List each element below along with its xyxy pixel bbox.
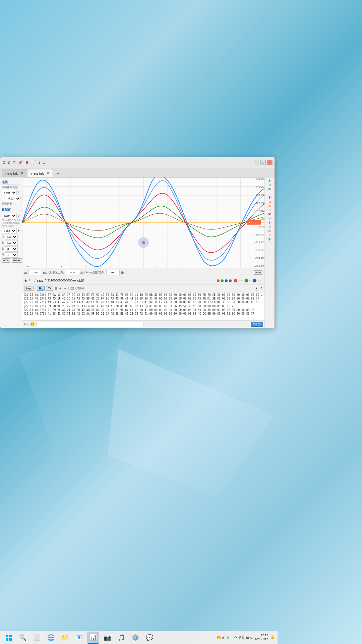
rts-break-row: RTS Break	[2, 258, 20, 263]
slider-sep2: /	[35, 279, 36, 282]
mail-button[interactable]: 📧	[73, 632, 85, 644]
new-tab-button[interactable]: +	[54, 170, 62, 177]
rx-button[interactable]: Rx	[37, 286, 45, 291]
port-select[interactable]: 串口▼	[6, 196, 21, 201]
settings-button[interactable]: ⚙️	[129, 632, 141, 644]
ch-5-label: I5	[268, 225, 271, 228]
eye-icon-3[interactable]: 👁	[268, 204, 272, 208]
eye-icon-2[interactable]: 👁	[268, 196, 272, 200]
pin-icon[interactable]: 📌	[18, 160, 23, 165]
tab-2[interactable]: new tab ✕	[28, 169, 53, 177]
buffer-value-input[interactable]	[66, 270, 79, 275]
svg-rect-15	[6, 635, 8, 637]
language-indicator[interactable]: ENG	[246, 636, 253, 639]
slider-thumb-2[interactable]	[253, 279, 256, 282]
slider-bar: 🗑 / ─ / 3337 0.311000000000000ms /全部	[22, 277, 264, 284]
flow-select[interactable]: None	[5, 234, 18, 239]
encoding-icon[interactable]: 🔤	[70, 287, 74, 290]
expand-icon[interactable]: ≡	[43, 161, 45, 165]
search-button[interactable]: 🔍	[17, 632, 29, 644]
format-icon-1[interactable]: ⊞	[55, 286, 57, 290]
connection-section: 连接 输出格式文档 Float ? 串口▼ 通道控制	[2, 180, 20, 206]
volume-icon[interactable]: 🔊	[222, 636, 225, 639]
svg-text:XXXXX: XXXXX	[175, 217, 197, 224]
tab-1-close[interactable]: ✕	[20, 171, 23, 175]
databits-select[interactable]: 8	[5, 246, 18, 252]
add-icon[interactable]: ＋	[59, 286, 62, 291]
title-bar: 3.10 ▽ 📌 ⊞ 📈 ℹ ≡ ─ □ ✕	[0, 157, 275, 168]
maximize-button[interactable]: □	[260, 160, 266, 165]
music-button[interactable]: 🎵	[115, 632, 127, 644]
tab-1[interactable]: new tab ✕	[2, 169, 27, 177]
ch-3-label: I3	[268, 209, 271, 212]
port-row: 串口▼	[2, 196, 20, 201]
battery-icon[interactable]: 🔋	[226, 636, 230, 639]
explorer-button[interactable]: 📁	[59, 632, 71, 644]
slider-track[interactable]	[234, 280, 261, 281]
svg-text:100: 100	[26, 265, 31, 268]
camera-button[interactable]: 📷	[101, 632, 113, 644]
eye-icon-7[interactable]: 👁	[268, 237, 272, 241]
slider-thumb-0[interactable]	[234, 279, 237, 282]
help-icon[interactable]: ?	[17, 191, 19, 194]
slider-thumb-1[interactable]	[245, 279, 248, 282]
clock[interactable]: 22:15 2024/1/15	[255, 634, 268, 641]
port-checkbox[interactable]	[2, 197, 5, 200]
hex-button[interactable]: Hex	[24, 286, 34, 291]
start-button[interactable]	[3, 632, 15, 644]
terminal-line-4: [22:15:40.970] 21 29 26 42 21 29 A6 42 4…	[23, 308, 263, 312]
terminal-line-1: [22:15:40.934] A3 45 1F 42 2D CE A3 45 9…	[23, 297, 263, 301]
emoji-icon[interactable]: 😊	[30, 322, 35, 326]
chart-canvas[interactable]: XXXXX 100 -3 -2 -1 2 -2 -4 -6	[22, 177, 264, 268]
eye-icon-6[interactable]: 👁	[268, 229, 272, 233]
auto-button[interactable]: Auto	[254, 270, 262, 275]
chat-button[interactable]: 💬	[143, 632, 156, 644]
auto-value-input[interactable]	[106, 270, 120, 275]
minus-icon[interactable]: －	[63, 286, 67, 291]
tx-button[interactable]: Tx	[46, 286, 53, 291]
terminal-input-field[interactable]	[36, 322, 143, 327]
baud-select[interactable]: 115200	[2, 228, 17, 233]
notification-icon[interactable]: 🔔	[270, 635, 275, 640]
eye-icon-5[interactable]: 👁	[268, 221, 272, 225]
format-select[interactable]: Float	[2, 190, 17, 195]
tab-1-label: new tab	[5, 171, 18, 175]
close-button[interactable]: ✕	[267, 160, 273, 165]
trash-icon[interactable]: 🗑	[24, 279, 27, 282]
sys-tray: 📶 🔊 🔋	[217, 636, 230, 639]
stopbits-select[interactable]: 1	[5, 252, 18, 258]
more-icon[interactable]: ⋮	[254, 286, 258, 291]
oscilloscope-chart: XXXXX 100 -3 -2 -1 2 -2 -4 -6	[22, 177, 264, 268]
grid-icon[interactable]: ⊞	[25, 160, 28, 165]
tab-bar: new tab ✕ new tab ✕ +	[0, 168, 275, 177]
tab-2-label: new tab	[32, 171, 45, 175]
terminal-line-3: [22:15:40.970] 09 2B DF 23 42 6D CF A3 C…	[23, 305, 263, 308]
parity-select[interactable]: None	[5, 240, 18, 246]
dt-value-input[interactable]	[28, 270, 42, 275]
abc-icon: Abc	[23, 323, 29, 326]
eye-icon-1[interactable]: 👁	[268, 187, 272, 191]
network-icon[interactable]: 📶	[217, 636, 221, 639]
serial-app-button[interactable]: 📊	[87, 632, 99, 644]
svg-text:-2: -2	[180, 265, 183, 268]
tab-2-close[interactable]: ✕	[46, 171, 49, 175]
chart-icon[interactable]: 📈	[31, 160, 36, 165]
info-icon[interactable]: ℹ	[39, 160, 40, 165]
right-sidebar: 👁 I0 👁 I1 👁 I2 👁 I3 👁 I4 👁 I5 👁 I6 👁 I7	[264, 177, 275, 328]
minimize-button[interactable]: ─	[254, 160, 259, 165]
rts-button[interactable]: RTS	[2, 258, 10, 263]
right-sidebar-top: 👁 I0 👁 I1 👁 I2 👁 I3 👁 I4 👁 I5 👁 I6 👁 I7	[268, 179, 272, 245]
eye-icon[interactable]: 👁	[268, 179, 272, 183]
menu-icon[interactable]: ▽	[13, 160, 15, 165]
chart-area: XXXXX 100 -3 -2 -1 2 -2 -4 -6	[22, 177, 264, 284]
refresh-icon[interactable]: ↻	[17, 214, 20, 217]
com-select[interactable]: COM5	[2, 213, 17, 218]
export-icon[interactable]: ↗	[260, 286, 262, 290]
edge-button[interactable]: 🌐	[45, 632, 57, 644]
break-button[interactable]: Break	[12, 258, 22, 263]
send-button[interactable]: 发送(S)	[251, 322, 263, 327]
taskview-button[interactable]: ⬜	[31, 632, 43, 644]
eye-icon-4[interactable]: 👁	[268, 212, 272, 216]
taskbar: 🔍 ⬜ 🌐 📁 📧 📊 📷 🎵 ⚙️ 💬 📶 🔊 🔋 29°C 多云 ENG 2…	[0, 631, 278, 644]
chart-drag-handle[interactable]: ⊕	[138, 237, 149, 248]
